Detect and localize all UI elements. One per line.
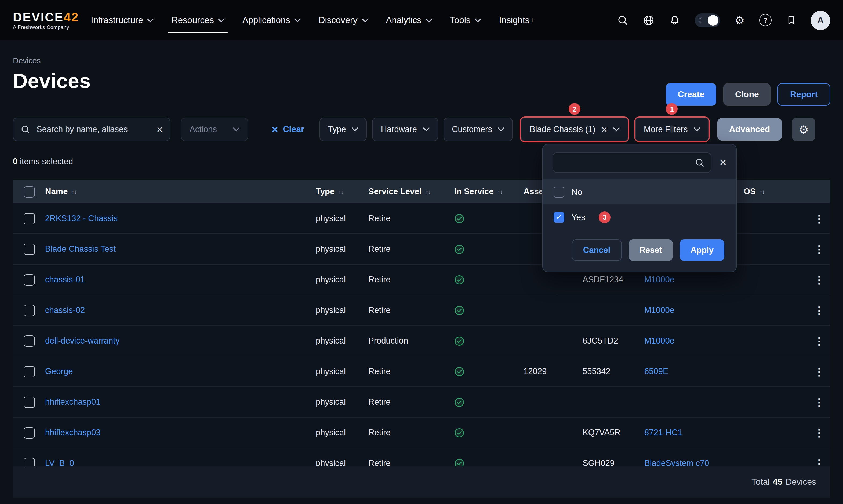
row-menu-icon[interactable]: ⋮ [808, 427, 830, 439]
column-header-in-service[interactable]: In Service↑↓ [454, 187, 523, 196]
popup-search-box [553, 152, 712, 173]
apply-button[interactable]: Apply [680, 239, 724, 261]
device-name-link[interactable]: chassis-01 [45, 275, 85, 285]
row-checkbox[interactable] [24, 274, 35, 285]
unchecked-checkbox-icon[interactable] [554, 186, 564, 197]
sort-icon[interactable]: ↑↓ [71, 188, 76, 195]
row-checkbox[interactable] [24, 427, 35, 438]
nav-item-discovery[interactable]: Discovery [319, 0, 368, 40]
filter-option-no[interactable]: No [543, 179, 736, 204]
nav-item-tools[interactable]: Tools [450, 0, 481, 40]
column-header-name[interactable]: Name↑↓ [45, 187, 316, 196]
table-footer: Total 45 Devices [13, 466, 830, 498]
row-menu-icon[interactable]: ⋮ [808, 304, 830, 317]
table-settings-button[interactable]: ⚙ [792, 118, 815, 141]
sort-icon[interactable]: ↑↓ [759, 188, 764, 195]
filter-option-yes[interactable]: ✓Yes3 [543, 204, 736, 230]
hardware-link[interactable]: 6509E [644, 366, 668, 376]
popup-close-icon[interactable]: × [719, 157, 727, 168]
in-service-cell [454, 244, 523, 254]
hardware-link[interactable]: M1000e [644, 275, 675, 285]
avatar[interactable]: A [811, 11, 830, 30]
sort-icon[interactable]: ↑↓ [338, 188, 343, 195]
chevron-down-icon [362, 18, 368, 22]
serial-cell: KQ7VA5R [582, 428, 644, 437]
clone-button[interactable]: Clone [723, 83, 771, 106]
device-name-link[interactable]: dell-device-warranty [45, 336, 120, 346]
notifications-bell-icon[interactable] [669, 14, 680, 26]
hardware-link[interactable]: M1000e [644, 305, 675, 315]
column-header-service-level[interactable]: Service Level↑↓ [368, 187, 454, 196]
row-menu-icon[interactable]: ⋮ [808, 335, 830, 347]
nav-item-infrastructure[interactable]: Infrastructure [91, 0, 154, 40]
type-filter-dropdown[interactable]: Type [319, 118, 367, 141]
search-icon[interactable] [617, 15, 628, 26]
remove-blade-filter-icon[interactable]: × [602, 124, 607, 134]
row-checkbox[interactable] [24, 305, 35, 316]
device-name-link[interactable]: Blade Chassis Test [45, 244, 116, 254]
sort-icon[interactable]: ↑↓ [498, 188, 502, 195]
device-name-link[interactable]: chassis-02 [45, 305, 85, 315]
hardware-link[interactable]: 8721-HC1 [644, 428, 682, 437]
actions-dropdown[interactable]: Actions [181, 118, 248, 141]
globe-icon[interactable] [643, 14, 654, 26]
create-button[interactable]: Create [666, 83, 716, 106]
more-filters-dropdown[interactable]: More Filters [635, 118, 709, 141]
search-input[interactable] [35, 124, 151, 135]
clear-search-icon[interactable]: × [157, 124, 163, 134]
customers-filter-dropdown[interactable]: Customers [443, 118, 513, 141]
table-row: LV_B_0physicalRetireSGH029BladeSystem c7… [13, 448, 830, 466]
select-all-checkbox[interactable] [24, 186, 35, 197]
nav-item-analytics[interactable]: Analytics [386, 0, 432, 40]
row-menu-icon[interactable]: ⋮ [808, 212, 830, 224]
device-name-link[interactable]: hhiflexchasp01 [45, 397, 101, 407]
row-checkbox[interactable] [24, 213, 35, 224]
row-menu-icon[interactable]: ⋮ [808, 273, 830, 286]
settings-gear-icon[interactable]: ⚙ [735, 15, 745, 26]
type-cell: physical [316, 428, 368, 437]
checked-checkbox-icon[interactable]: ✓ [554, 212, 564, 222]
column-header-os[interactable]: OS↑↓ [744, 187, 808, 196]
in-service-check-icon [454, 244, 464, 254]
report-button[interactable]: Report [778, 83, 830, 106]
hardware-link[interactable]: M1000e [644, 336, 675, 346]
theme-toggle[interactable]: ☾ [695, 13, 720, 27]
primary-nav: InfrastructureResourcesApplicationsDisco… [91, 0, 535, 40]
hardware-filter-dropdown[interactable]: Hardware [372, 118, 438, 141]
type-cell: physical [316, 336, 368, 346]
in-service-cell [454, 305, 523, 315]
row-menu-icon[interactable]: ⋮ [808, 457, 830, 466]
sort-icon[interactable]: ↑↓ [425, 188, 430, 195]
in-service-check-icon [454, 274, 464, 285]
row-checkbox[interactable] [24, 244, 35, 255]
nav-item-resources[interactable]: Resources [172, 0, 225, 40]
advanced-button[interactable]: Advanced [717, 118, 782, 141]
row-checkbox[interactable] [24, 335, 35, 346]
device-name-link[interactable]: LV_B_0 [45, 458, 74, 466]
serial-cell: SGH029 [582, 458, 644, 466]
reset-button[interactable]: Reset [628, 239, 672, 261]
row-menu-icon[interactable]: ⋮ [808, 396, 830, 408]
help-icon[interactable]: ? [759, 14, 772, 26]
hardware-link[interactable]: BladeSystem c70 [644, 458, 709, 466]
row-checkbox[interactable] [24, 396, 35, 408]
bookmark-icon[interactable] [786, 15, 796, 26]
row-menu-icon[interactable]: ⋮ [808, 243, 830, 255]
row-checkbox[interactable] [24, 366, 35, 377]
clear-filters-button[interactable]: × Clear [272, 124, 304, 135]
device-name-link[interactable]: hhiflexchasp03 [45, 428, 101, 437]
in-service-check-icon [454, 397, 464, 407]
nav-item-insights[interactable]: Insights+ [499, 0, 535, 40]
device-name-link[interactable]: George [45, 366, 73, 376]
chevron-down-icon [475, 18, 481, 22]
breadcrumb[interactable]: Devices [13, 56, 830, 65]
blade-chassis-filter-dropdown[interactable]: Blade Chassis (1) × [521, 118, 628, 141]
row-menu-icon[interactable]: ⋮ [808, 365, 830, 378]
popup-search-input[interactable] [559, 158, 690, 168]
nav-item-applications[interactable]: Applications [243, 0, 301, 40]
device42-logo[interactable]: DEVICE42 A Freshworks Company [13, 11, 79, 30]
column-header-type[interactable]: Type↑↓ [316, 187, 368, 196]
device-name-link[interactable]: 2RKS132 - Chassis [45, 214, 118, 223]
cancel-button[interactable]: Cancel [572, 239, 622, 261]
row-checkbox[interactable] [24, 457, 35, 466]
